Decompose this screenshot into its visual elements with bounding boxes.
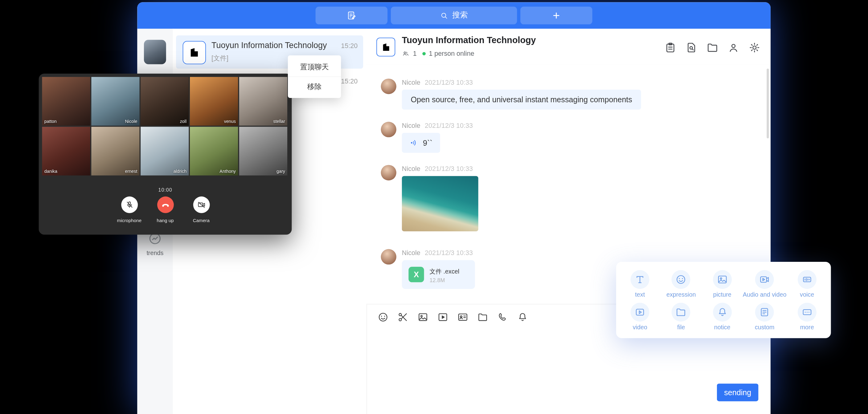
message-file: Nicole2021/12/3 10:33 X 文件 .excel 12.8M (381, 249, 475, 289)
message-meta: Nicole2021/12/3 10:33 (402, 122, 473, 129)
conversation-context-menu: 置顶聊天 移除 (288, 56, 341, 98)
feature-video[interactable]: video (620, 300, 660, 333)
files-folder-icon[interactable] (707, 41, 719, 54)
picture-icon[interactable] (417, 311, 429, 322)
participant-video: zoll (141, 77, 189, 126)
message-meta: Nicole2021/12/3 10:33 (402, 249, 473, 257)
feature-text[interactable]: text (620, 267, 660, 300)
chat-history-search-icon[interactable] (685, 41, 698, 54)
trends-label: trends (137, 250, 173, 256)
voice-bubble[interactable]: 9`` (402, 133, 440, 153)
participant-name: ernest (125, 169, 137, 174)
members-icon (402, 50, 410, 58)
menu-item-remove[interactable]: 移除 (288, 76, 341, 96)
conversation-time: 15:20 (341, 42, 358, 50)
hangup-label: hang up (157, 218, 174, 223)
feature-label: notice (714, 323, 731, 330)
file-icon[interactable] (477, 311, 488, 322)
message-meta: Nicole2021/12/3 10:33 (402, 165, 473, 172)
call-timer: 10:00 (39, 187, 292, 193)
feature-voice[interactable]: voice (786, 267, 827, 300)
picture-icon (713, 270, 732, 289)
feature-notice[interactable]: notice (702, 300, 743, 333)
menu-item-pin-chat[interactable]: 置顶聊天 (288, 57, 341, 76)
audio-video-icon (755, 270, 774, 289)
participant-video: stellar (239, 77, 287, 126)
contact-card-icon[interactable] (457, 311, 468, 322)
message-time: 2021/12/3 10:33 (425, 78, 473, 86)
video-call-window[interactable]: patton Nicole zoll venus stellar danika … (39, 74, 292, 235)
participant-name: venus (224, 119, 236, 124)
sender-avatar[interactable] (381, 78, 396, 94)
my-avatar[interactable] (144, 40, 166, 64)
member-profile-icon[interactable] (727, 41, 740, 54)
sender-avatar[interactable] (381, 122, 396, 137)
message-time: 2021/12/3 10:33 (425, 249, 473, 257)
feature-file[interactable]: file (660, 300, 702, 333)
participant-name: zoll (180, 119, 187, 124)
feature-more[interactable]: more (786, 300, 827, 333)
mic-off-icon (125, 200, 134, 209)
message-time: 2021/12/3 10:33 (425, 165, 473, 172)
voice-duration: 9`` (423, 138, 432, 147)
image-attachment[interactable] (402, 176, 478, 231)
call-controls: microphone hang up Camera (39, 196, 292, 223)
call-phone-icon[interactable] (497, 311, 508, 322)
excel-file-icon: X (408, 267, 424, 282)
file-attachment[interactable]: X 文件 .excel 12.8M (402, 260, 475, 289)
custom-doc-icon (755, 302, 774, 321)
hangup-button[interactable] (157, 196, 174, 213)
microphone-control[interactable]: microphone (112, 196, 147, 223)
video-icon[interactable] (437, 311, 448, 322)
notice-bell-icon (713, 302, 732, 321)
sender-name: Nicole (402, 78, 421, 86)
feature-label: custom (755, 323, 775, 330)
voice-icon (798, 270, 816, 289)
emoji-icon[interactable] (378, 311, 389, 322)
feature-label: picture (713, 291, 731, 297)
participant-name: patton (44, 119, 57, 124)
message-text: Nicole2021/12/3 10:33 Open source, free,… (381, 78, 641, 110)
participant-name: stellar (273, 119, 285, 124)
feature-panel: text expression picture Audio and video … (616, 262, 831, 338)
compose-icon (346, 10, 356, 20)
feature-label: more (800, 323, 814, 330)
feature-label: file (677, 323, 685, 330)
feature-custom[interactable]: custom (743, 300, 786, 333)
screenshot-scissors-icon[interactable] (397, 311, 408, 322)
search-bar[interactable]: 搜索 (391, 7, 517, 24)
sender-avatar[interactable] (381, 165, 396, 180)
file-folder-icon (672, 302, 690, 321)
screen: 搜索 + trends Tuoyun Inf (0, 0, 868, 414)
feature-audio-video[interactable]: Audio and video (743, 267, 786, 300)
feature-picture[interactable]: picture (702, 267, 743, 300)
sender-avatar[interactable] (381, 249, 396, 264)
scrollbar[interactable] (767, 69, 769, 138)
search-icon (440, 11, 448, 20)
file-size: 12.8M (430, 277, 460, 283)
camera-control[interactable]: Camera (183, 196, 219, 223)
chat-title: Tuoyun Information Technology (402, 35, 536, 45)
microphone-label: microphone (117, 218, 142, 223)
participant-name: danika (44, 169, 57, 174)
group-avatar-icon (376, 38, 395, 56)
notify-bell-icon[interactable] (517, 311, 528, 322)
microphone-mute-button[interactable] (121, 196, 137, 213)
participant-video: patton (42, 77, 90, 126)
sender-name: Nicole (402, 122, 421, 129)
group-notice-icon[interactable] (664, 41, 677, 54)
feature-expression[interactable]: expression (660, 267, 702, 300)
video-play-icon (631, 302, 649, 321)
text-bubble: Open source, free, and universal instant… (402, 90, 641, 110)
send-button[interactable]: sending (717, 383, 758, 401)
feature-label: Audio and video (743, 291, 786, 297)
participant-grid: patton Nicole zoll venus stellar danika … (42, 77, 288, 176)
member-count: 1 (413, 50, 417, 58)
sidebar-item-trends[interactable]: trends (137, 231, 173, 256)
add-button[interactable]: + (520, 7, 592, 24)
compose-button[interactable] (316, 7, 388, 24)
settings-gear-icon[interactable] (748, 41, 761, 54)
search-label: 搜索 (452, 10, 468, 20)
camera-toggle-button[interactable] (193, 196, 210, 213)
hangup-control[interactable]: hang up (148, 196, 183, 223)
